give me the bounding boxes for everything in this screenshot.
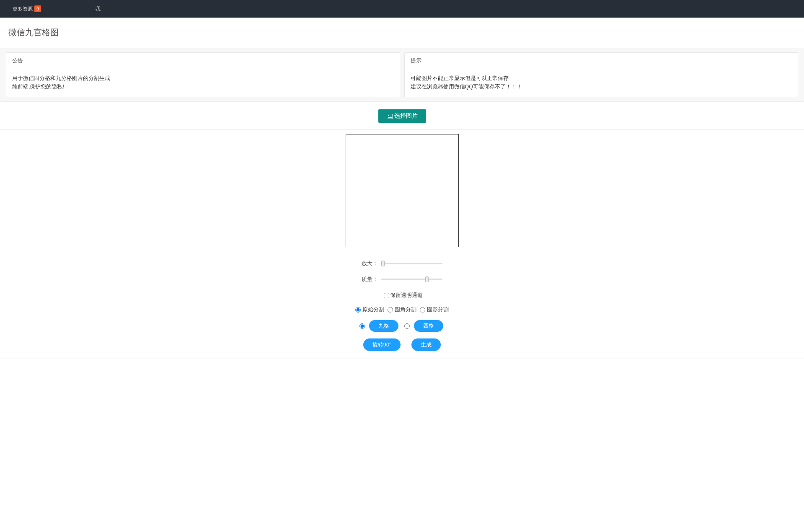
tip-line1: 可能图片不能正常显示但是可以正常保存 — [411, 74, 792, 83]
panel-tip-title: 提示 — [405, 53, 798, 69]
page-title: 微信九宫格图 — [8, 27, 65, 38]
split-rounded-radio[interactable] — [388, 307, 393, 312]
choose-image-label: 选择图片 — [394, 112, 418, 120]
split-mode-row: 原始分割 圆角分割 圆形分割 — [0, 306, 804, 313]
split-circle-label[interactable]: 圆形分割 — [427, 306, 449, 313]
notice-line1: 用于微信四分格和九分格图片的分割生成 — [12, 74, 394, 83]
zoom-row: 放大： — [0, 260, 804, 267]
alpha-row: 保留透明通道 — [0, 292, 804, 299]
upload-row: 选择图片 — [0, 106, 804, 130]
four-grid-button[interactable]: 四格 — [414, 320, 443, 332]
four-grid-radio[interactable] — [404, 323, 410, 329]
zoom-label: 放大： — [362, 260, 378, 267]
section-header: 微信九宫格图 — [8, 27, 804, 38]
action-row: 旋转90° 生成 — [0, 338, 804, 351]
keep-alpha-label[interactable]: 保留透明通道 — [390, 292, 423, 299]
quality-row: 质量： — [0, 276, 804, 283]
quality-label: 质量： — [362, 276, 378, 283]
nav-more-resources[interactable]: 更多资源 9 — [13, 5, 41, 13]
rotate-button[interactable]: 旋转90° — [363, 338, 401, 351]
main-area: 选择图片 放大： 质量： 保留透明通道 原始分割 圆 — [0, 101, 804, 359]
split-original-radio[interactable] — [355, 307, 361, 312]
quality-thumb[interactable] — [425, 276, 429, 282]
nav-more-resources-label: 更多资源 — [13, 5, 33, 13]
panel-notice: 公告 用于微信四分格和九分格图片的分割生成 纯前端,保护您的隐私! — [6, 52, 400, 97]
grid-mode-row: 九格 四格 — [0, 320, 804, 332]
nav-me[interactable]: 我 — [96, 5, 101, 13]
panel-tip: 提示 可能图片不能正常显示但是可以正常保存 建议在浏览器使用微信QQ可能保存不了… — [404, 52, 799, 97]
section-divider — [8, 33, 796, 33]
zoom-thumb[interactable] — [381, 261, 385, 266]
panel-notice-title: 公告 — [6, 53, 400, 69]
svg-point-1 — [388, 115, 389, 116]
panels-row: 公告 用于微信四分格和九分格图片的分割生成 纯前端,保护您的隐私! 提示 可能图… — [0, 48, 804, 101]
split-circle-radio[interactable] — [420, 307, 425, 312]
keep-alpha-checkbox[interactable] — [384, 293, 389, 298]
four-grid-label: 四格 — [423, 322, 434, 330]
choose-image-button[interactable]: 选择图片 — [378, 109, 426, 123]
split-original-label[interactable]: 原始分割 — [362, 306, 384, 313]
generate-button[interactable]: 生成 — [411, 338, 441, 351]
nine-grid-radio[interactable] — [359, 323, 365, 329]
badge-count: 9 — [34, 5, 41, 12]
tip-line2: 建议在浏览器使用微信QQ可能保存不了！！！ — [411, 83, 792, 91]
quality-slider[interactable] — [381, 279, 442, 280]
rotate-label: 旋转90° — [372, 341, 392, 349]
generate-label: 生成 — [421, 341, 432, 349]
image-canvas[interactable] — [346, 134, 459, 247]
zoom-slider[interactable] — [381, 263, 442, 264]
topbar: 更多资源 9 我 — [0, 0, 804, 18]
nine-grid-button[interactable]: 九格 — [369, 320, 398, 332]
notice-line2: 纯前端,保护您的隐私! — [12, 83, 394, 91]
image-icon — [387, 114, 393, 119]
nine-grid-label: 九格 — [378, 322, 389, 330]
split-rounded-label[interactable]: 圆角分割 — [395, 306, 416, 313]
nav-me-label: 我 — [96, 5, 101, 13]
